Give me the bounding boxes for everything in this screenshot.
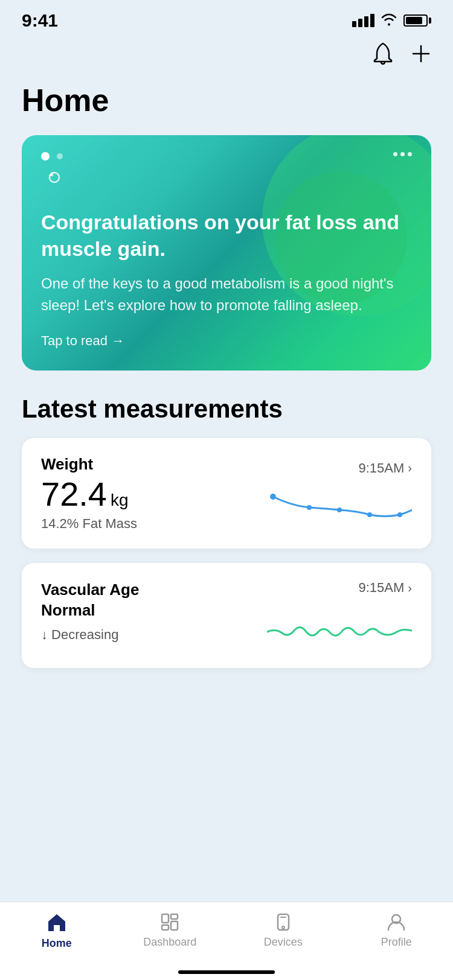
hero-icon bbox=[41, 168, 412, 197]
weight-time: 9:15AM › bbox=[359, 460, 413, 476]
svg-point-4 bbox=[337, 508, 342, 512]
weight-unit: kg bbox=[111, 491, 129, 510]
weight-card[interactable]: Weight 72.4 kg 14.2% Fat Mass 9:15AM › bbox=[22, 438, 431, 549]
weight-left: Weight 72.4 kg 14.2% Fat Mass bbox=[41, 455, 137, 532]
svg-point-12 bbox=[282, 926, 284, 929]
indicator-dot-inactive bbox=[57, 153, 63, 159]
vascular-right: 9:15AM › bbox=[267, 580, 412, 651]
nav-item-devices[interactable]: Devices bbox=[226, 912, 340, 949]
profile-icon bbox=[386, 912, 406, 932]
devices-icon bbox=[273, 912, 294, 932]
page-title: Home bbox=[0, 82, 453, 135]
weight-time-text: 9:15AM bbox=[359, 460, 405, 476]
nav-label-devices: Devices bbox=[264, 936, 303, 949]
svg-point-1 bbox=[51, 174, 53, 176]
bottom-nav: Home Dashboard Devices Profile bbox=[0, 902, 453, 980]
header bbox=[0, 36, 453, 82]
hero-dots-row bbox=[41, 152, 412, 161]
weight-chart bbox=[267, 485, 412, 527]
dashboard-icon bbox=[159, 912, 180, 932]
vascular-time: 9:15AM › bbox=[359, 580, 413, 596]
home-icon bbox=[46, 912, 68, 934]
status-icons bbox=[352, 11, 431, 30]
hero-indicators bbox=[41, 152, 63, 161]
svg-rect-11 bbox=[278, 914, 289, 930]
signal-bars-icon bbox=[352, 14, 374, 27]
vascular-left: Vascular AgeNormal ↓ Decreasing bbox=[41, 580, 139, 643]
nav-item-profile[interactable]: Profile bbox=[340, 912, 454, 949]
svg-rect-10 bbox=[171, 921, 178, 930]
vascular-time-text: 9:15AM bbox=[359, 580, 405, 596]
wifi-icon bbox=[381, 11, 397, 30]
weight-right: 9:15AM › bbox=[267, 460, 412, 527]
hero-cta[interactable]: Tap to read → bbox=[41, 333, 412, 349]
nav-label-home: Home bbox=[42, 937, 72, 950]
weight-chevron-icon: › bbox=[408, 461, 412, 475]
svg-point-6 bbox=[397, 512, 402, 517]
weight-sub: 14.2% Fat Mass bbox=[41, 516, 137, 532]
vascular-age-card[interactable]: Vascular AgeNormal ↓ Decreasing 9:15AM › bbox=[22, 563, 431, 668]
indicator-dot-active bbox=[41, 152, 50, 161]
weight-value-row: 72.4 kg bbox=[41, 477, 137, 511]
nav-item-dashboard[interactable]: Dashboard bbox=[114, 912, 227, 949]
battery-icon bbox=[403, 14, 431, 27]
svg-rect-8 bbox=[171, 914, 178, 919]
hero-menu-icon[interactable] bbox=[393, 152, 412, 156]
status-bar: 9:41 bbox=[0, 0, 453, 36]
svg-rect-9 bbox=[162, 925, 169, 930]
nav-label-profile: Profile bbox=[381, 936, 412, 949]
vascular-label: Vascular AgeNormal bbox=[41, 580, 139, 621]
hero-title: Congratulations on your fat loss and mus… bbox=[41, 209, 412, 262]
notification-button[interactable] bbox=[372, 42, 394, 70]
svg-point-3 bbox=[307, 505, 312, 510]
status-time: 9:41 bbox=[22, 10, 58, 31]
svg-point-5 bbox=[367, 512, 372, 517]
section-title: Latest measurements bbox=[0, 371, 453, 438]
vascular-chevron-icon: › bbox=[408, 581, 412, 595]
vascular-sub: ↓ Decreasing bbox=[41, 627, 139, 643]
hero-card[interactable]: Congratulations on your fat loss and mus… bbox=[22, 135, 431, 371]
nav-item-home[interactable]: Home bbox=[0, 912, 114, 950]
hero-body: One of the keys to a good metabolism is … bbox=[41, 273, 412, 316]
nav-label-dashboard: Dashboard bbox=[143, 936, 196, 949]
svg-rect-7 bbox=[162, 914, 169, 923]
home-indicator bbox=[178, 970, 275, 974]
vascular-chart bbox=[267, 609, 412, 651]
weight-value: 72.4 bbox=[41, 477, 107, 511]
add-button[interactable] bbox=[411, 43, 431, 69]
weight-label: Weight bbox=[41, 455, 137, 474]
